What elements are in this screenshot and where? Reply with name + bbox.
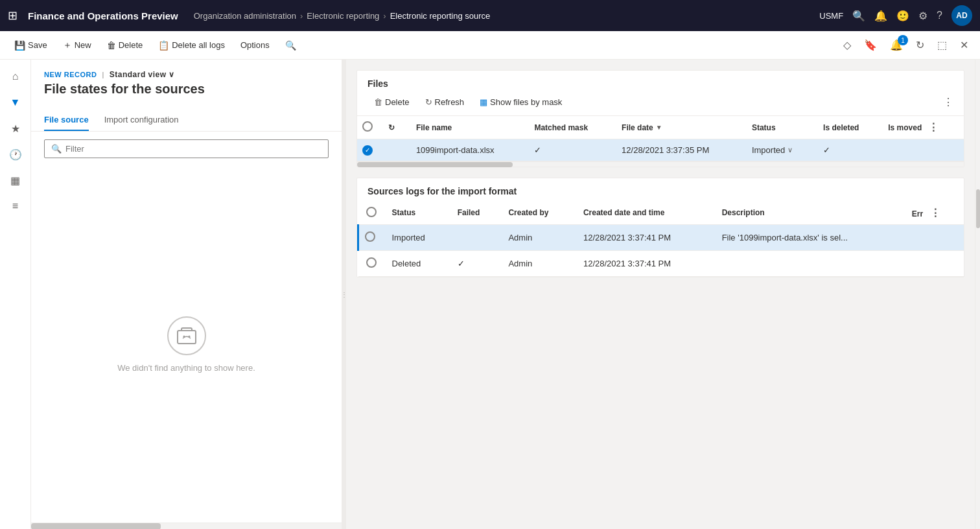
delete-all-logs-button[interactable]: 📋 Delete all logs <box>152 36 231 54</box>
tab-file-source[interactable]: File source <box>44 110 89 131</box>
open-new-window-button[interactable]: ⬚ <box>933 36 951 54</box>
empty-state: We didn't find anything to show here. <box>31 166 342 523</box>
save-button[interactable]: 💾 Save <box>8 36 54 54</box>
search-toolbar-button[interactable]: 🔍 <box>279 36 303 54</box>
files-header-is-moved[interactable]: Is moved ⋮ <box>880 116 964 139</box>
files-header-status[interactable]: Status <box>744 116 815 139</box>
logs-card: Sources logs for the import format Statu… <box>356 178 964 277</box>
sidebar: ⌂ ▼ ★ 🕐 ▦ ≡ <box>0 60 31 529</box>
top-bar: ⊞ Finance and Operations Preview Organiz… <box>0 0 980 31</box>
toolbar-right: ◇ 🔖 🔔 1 ↻ ⬚ ✕ <box>839 36 972 54</box>
bookmark-icon-button[interactable]: 🔖 <box>860 36 881 54</box>
logs-columns-more-icon[interactable]: ⋮ <box>930 207 940 218</box>
logs-row-created-datetime: 12/28/2021 3:37:41 PM <box>576 224 714 250</box>
svg-point-1 <box>183 335 185 337</box>
files-columns-more-icon[interactable]: ⋮ <box>928 121 939 134</box>
main-layout: ⌂ ▼ ★ 🕐 ▦ ≡ NEW RECORD | Standard view ∨… <box>0 60 980 529</box>
files-header-file-date[interactable]: File date ▼ <box>614 116 744 139</box>
sidebar-filter-icon[interactable]: ▼ <box>4 91 27 114</box>
files-more-options-icon[interactable]: ⋮ <box>943 96 953 108</box>
grid-icon[interactable]: ⊞ <box>8 8 18 23</box>
logs-radio <box>365 231 375 242</box>
delete-button[interactable]: 🗑 Delete <box>100 36 150 54</box>
panel-header: NEW RECORD | Standard view ∨ File states… <box>31 60 342 102</box>
company-selector[interactable]: USMF <box>819 11 843 21</box>
logs-header-select <box>358 202 384 225</box>
delete-all-icon: 📋 <box>158 40 169 51</box>
logs-row-description <box>714 250 904 276</box>
logs-header-failed[interactable]: Failed <box>450 202 501 225</box>
refresh-icon-button[interactable]: ↻ <box>912 36 928 54</box>
left-panel-bottom-scrollbar[interactable] <box>31 523 342 529</box>
tab-import-configuration[interactable]: Import configuration <box>104 110 179 131</box>
files-row-matched-mask: ✓ <box>526 139 614 161</box>
files-header-matched-mask[interactable]: Matched mask <box>526 116 614 139</box>
right-panel-scrollbar[interactable] <box>975 60 980 529</box>
files-header-filename[interactable]: File name <box>408 116 527 139</box>
logs-header-status[interactable]: Status <box>384 202 450 225</box>
new-button[interactable]: ＋ New <box>56 36 98 55</box>
diamond-icon-button[interactable]: ◇ <box>839 36 855 54</box>
breadcrumb-item-2[interactable]: Electronic reporting <box>307 11 379 21</box>
files-header-is-deleted[interactable]: Is deleted <box>815 116 880 139</box>
files-row-is-deleted: ✓ <box>815 139 880 161</box>
delete-icon: 🗑 <box>107 40 116 51</box>
sidebar-recent-icon[interactable]: 🕐 <box>4 143 27 166</box>
files-horizontal-scrollbar[interactable] <box>357 161 964 167</box>
files-card-title: Files <box>357 71 964 94</box>
logs-row-checkbox[interactable] <box>358 250 384 276</box>
empty-state-text: We didn't find anything to show here. <box>117 363 255 373</box>
status-dropdown-icon[interactable]: ∨ <box>788 146 793 154</box>
files-header-sync: ↻ <box>380 116 408 139</box>
notification-bell-icon[interactable]: 🔔 <box>874 10 887 22</box>
files-row-status: Imported ∨ <box>744 139 815 161</box>
logs-row-description: File '1099import-data.xlsx' is sel... <box>714 224 904 250</box>
files-header-select <box>357 116 380 139</box>
files-table-container: ↻ File name Matched mask <box>357 116 964 161</box>
files-sync-icon: ↻ <box>388 123 395 132</box>
logs-row-checkbox[interactable] <box>358 224 384 250</box>
sidebar-favorites-icon[interactable]: ★ <box>4 117 27 140</box>
help-icon[interactable]: ? <box>937 10 942 21</box>
sidebar-workspace-icon[interactable]: ▦ <box>4 169 27 192</box>
files-delete-icon: 🗑 <box>374 97 382 107</box>
files-table-row[interactable]: ✓ 1099import-data.xlsx ✓ 12/28/2021 3:37… <box>357 139 964 161</box>
view-selector[interactable]: Standard view ∨ <box>110 70 175 79</box>
emoji-icon[interactable]: 🙂 <box>896 10 909 22</box>
sidebar-list-icon[interactable]: ≡ <box>4 194 27 218</box>
logs-header-created-datetime[interactable]: Created date and time <box>576 202 714 225</box>
close-button[interactable]: ✕ <box>956 36 972 54</box>
logs-select-all[interactable] <box>366 207 377 217</box>
files-refresh-button[interactable]: ↻ Refresh <box>419 94 471 110</box>
files-card: Files 🗑 Delete ↻ Refresh ▦ Show files by… <box>356 70 964 167</box>
new-record-text: NEW RECORD <box>44 71 97 78</box>
sidebar-home-icon[interactable]: ⌂ <box>4 65 27 88</box>
filter-input[interactable] <box>65 144 321 154</box>
files-row-checkbox[interactable]: ✓ <box>357 139 380 161</box>
files-table: ↻ File name Matched mask <box>357 116 964 161</box>
logs-row-created-by: Admin <box>500 224 576 250</box>
breadcrumb-sep-2: › <box>383 11 386 21</box>
logs-row-created-datetime: 12/28/2021 3:37:41 PM <box>576 250 714 276</box>
settings-icon[interactable]: ⚙ <box>918 10 928 22</box>
logs-table-row[interactable]: Imported Admin 12/28/2021 3:37:41 PM Fil… <box>358 224 964 250</box>
chevron-down-icon: ∨ <box>169 70 175 79</box>
logs-row-err <box>904 224 964 250</box>
logs-header-description[interactable]: Description <box>714 202 904 225</box>
files-delete-button[interactable]: 🗑 Delete <box>368 94 416 110</box>
search-toolbar-icon: 🔍 <box>285 40 296 51</box>
logs-header-created-by[interactable]: Created by <box>500 202 576 225</box>
show-files-by-mask-button[interactable]: ▦ Show files by mask <box>473 94 568 110</box>
svg-rect-0 <box>178 331 196 344</box>
search-icon[interactable]: 🔍 <box>852 10 865 22</box>
notification-icon-button[interactable]: 🔔 1 <box>886 36 907 54</box>
logs-table-container: Status Failed Created by Created date an… <box>357 202 964 277</box>
options-button[interactable]: Options <box>234 36 276 54</box>
logs-table-row[interactable]: Deleted ✓ Admin 12/28/2021 3:37:41 PM <box>358 250 964 276</box>
files-select-all[interactable] <box>362 121 373 132</box>
avatar[interactable]: AD <box>951 5 972 26</box>
left-panel: NEW RECORD | Standard view ∨ File states… <box>31 60 342 529</box>
logs-row-status: Imported <box>384 224 450 250</box>
breadcrumb-item-1[interactable]: Organization administration <box>194 11 296 21</box>
logs-header-err[interactable]: Err ⋮ <box>904 202 964 225</box>
